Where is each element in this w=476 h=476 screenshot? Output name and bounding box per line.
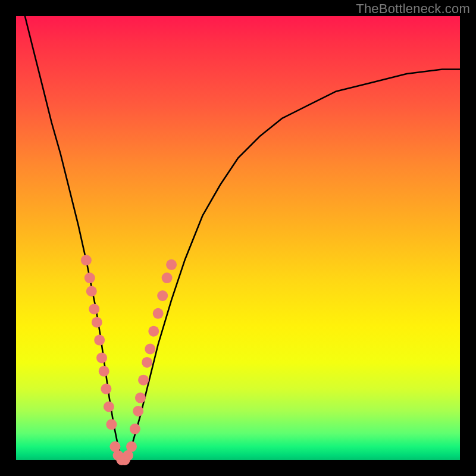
data-marker bbox=[166, 259, 177, 270]
data-marker bbox=[94, 335, 105, 346]
data-marker bbox=[135, 393, 146, 403]
data-marker bbox=[145, 344, 155, 355]
data-marker bbox=[157, 290, 168, 301]
data-marker bbox=[138, 375, 149, 386]
data-marker bbox=[162, 273, 173, 283]
watermark-text: TheBottleneck.com bbox=[356, 1, 470, 17]
data-marker bbox=[133, 406, 143, 416]
data-marker bbox=[106, 419, 117, 430]
data-marker bbox=[104, 402, 114, 412]
data-marker bbox=[130, 424, 140, 434]
data-marker bbox=[92, 317, 102, 328]
data-marker bbox=[101, 384, 111, 394]
data-marker bbox=[148, 326, 159, 337]
data-marker bbox=[142, 357, 152, 368]
data-marker bbox=[153, 308, 164, 319]
data-marker bbox=[89, 303, 99, 314]
chart-frame: TheBottleneck.com bbox=[0, 0, 476, 476]
bottleneck-curve bbox=[25, 16, 460, 460]
data-marker bbox=[86, 286, 97, 297]
data-marker bbox=[81, 255, 92, 265]
data-marker bbox=[96, 352, 107, 363]
chart-svg bbox=[16, 16, 460, 460]
data-markers bbox=[81, 255, 177, 465]
data-marker bbox=[84, 273, 95, 283]
data-marker bbox=[126, 441, 137, 452]
data-marker bbox=[99, 366, 109, 377]
